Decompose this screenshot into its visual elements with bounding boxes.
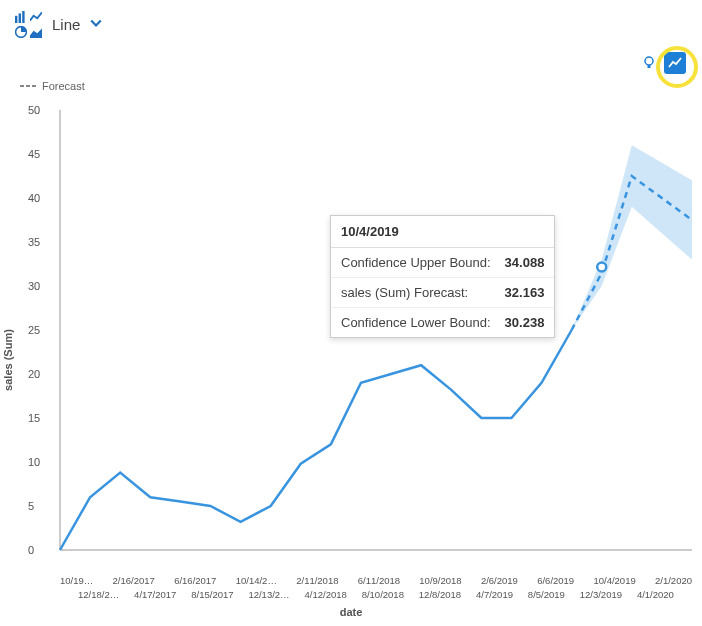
forecast-tooltip: 10/4/2019 Confidence Upper Bound: 34.088… [330, 215, 555, 338]
chart-area: sales (Sum) date 05101520253035404550 10… [0, 100, 702, 620]
y-tick: 25 [28, 324, 40, 336]
x-tick: 12/8/2018 [419, 589, 461, 600]
x-tick: 8/5/2019 [528, 589, 565, 600]
y-tick: 15 [28, 412, 40, 424]
x-tick: 4/12/2018 [305, 589, 347, 600]
tooltip-row: Confidence Upper Bound: 34.088 [331, 248, 554, 278]
x-tick: 12/3/2019 [580, 589, 622, 600]
tooltip-title: 10/4/2019 [331, 216, 554, 248]
chart-type-label: Line [52, 16, 80, 33]
svg-rect-5 [648, 65, 651, 68]
x-tick: 4/7/2019 [476, 589, 513, 600]
x-tick: 2/16/2017 [113, 575, 155, 586]
chart-type-icon-grid [14, 10, 42, 38]
x-tick: 10/14/2… [236, 575, 277, 586]
x-axis-ticks-row1: 10/19…2/16/20176/16/201710/14/2…2/11/201… [60, 575, 692, 586]
x-tick: 10/9/2018 [419, 575, 461, 586]
x-axis-ticks-row2: 12/18/2…4/17/20178/15/201712/13/2…4/12/2… [60, 589, 692, 600]
y-axis-title: sales (Sum) [2, 329, 14, 391]
y-tick: 10 [28, 456, 40, 468]
x-tick: 6/16/2017 [174, 575, 216, 586]
y-tick: 20 [28, 368, 40, 380]
y-tick: 5 [28, 500, 34, 512]
legend-forecast-label: Forecast [42, 80, 85, 92]
x-tick: 12/13/2… [248, 589, 289, 600]
forecast-highlight-circle [656, 46, 698, 88]
y-tick: 50 [28, 104, 40, 116]
svg-point-8 [597, 262, 606, 271]
x-tick: 6/11/2018 [358, 575, 400, 586]
x-tick: 10/4/2019 [593, 575, 635, 586]
y-tick: 30 [28, 280, 40, 292]
tooltip-row: sales (Sum) Forecast: 32.163 [331, 278, 554, 308]
y-tick: 35 [28, 236, 40, 248]
svg-rect-2 [22, 11, 24, 23]
y-tick: 0 [28, 544, 34, 556]
x-axis-title: date [340, 606, 363, 618]
chart-type-selector[interactable]: Line [0, 0, 702, 48]
x-tick: 6/6/2019 [537, 575, 574, 586]
x-tick: 4/1/2020 [637, 589, 674, 600]
legend-forecast: Forecast [20, 80, 85, 92]
x-tick: 2/6/2019 [481, 575, 518, 586]
svg-rect-1 [18, 13, 20, 23]
y-tick: 45 [28, 148, 40, 160]
y-tick: 40 [28, 192, 40, 204]
x-tick: 2/1/2020 [655, 575, 692, 586]
x-tick: 8/15/2017 [191, 589, 233, 600]
forecast-dash-swatch [20, 85, 36, 87]
x-tick: 12/18/2… [78, 589, 119, 600]
x-tick: 10/19… [60, 575, 93, 586]
x-tick: 8/10/2018 [362, 589, 404, 600]
x-tick: 2/11/2018 [296, 575, 338, 586]
tooltip-row: Confidence Lower Bound: 30.238 [331, 308, 554, 337]
chart-toolbar [638, 52, 686, 74]
chevron-down-icon [90, 15, 102, 33]
svg-rect-0 [15, 15, 17, 22]
svg-point-4 [645, 57, 653, 65]
x-tick: 4/17/2017 [134, 589, 176, 600]
